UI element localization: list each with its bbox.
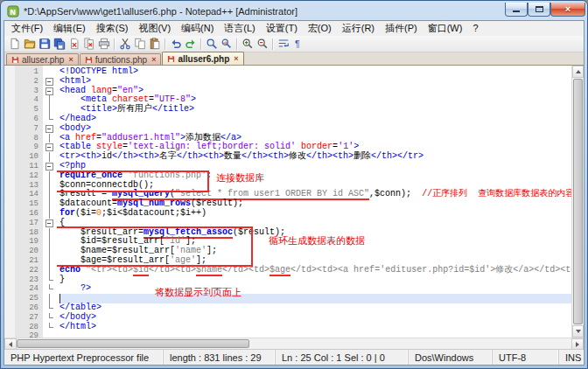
gutter-row-29: 29: [4, 331, 57, 338]
menu-item-11[interactable]: 窗口(W): [423, 21, 468, 37]
menu-item-5[interactable]: 编码(N): [176, 21, 219, 37]
undo-icon[interactable]: [168, 37, 183, 52]
toolbar-separator: [236, 38, 237, 50]
gutter-row-13: 13: [4, 181, 57, 191]
maximize-button[interactable]: [528, 3, 550, 17]
menu-item-1[interactable]: 文件(F): [6, 21, 48, 37]
save-icon[interactable]: [37, 37, 52, 52]
tab-close-icon[interactable]: ×: [68, 56, 73, 64]
toolbar: ab¶: [4, 36, 584, 52]
editor: 1234567891011121314151617181920212223242…: [4, 66, 584, 349]
gutter-row-22: 22: [4, 266, 57, 275]
minimize-button[interactable]: [505, 3, 528, 17]
gutter-row-8: 8: [4, 134, 57, 143]
fold-collapse-icon[interactable]: [43, 87, 57, 96]
menu-item-3[interactable]: 搜索(S): [91, 21, 134, 37]
gutter-row-4: 4: [4, 95, 57, 105]
code-line-29: [60, 331, 571, 338]
client-area: 文件(F)编辑(E)搜索(S)视图(V)编码(N)语言(L)设置(T)宏(O)运…: [4, 20, 584, 366]
gutter-row-14: 14: [4, 190, 57, 199]
menu-item-4[interactable]: 视图(V): [133, 21, 176, 37]
word-wrap-icon[interactable]: [276, 37, 290, 52]
code-line-28: </html>: [60, 323, 571, 332]
gutter-row-21: 21: [4, 256, 57, 266]
tab-alluser.php[interactable]: alluser.php×: [6, 53, 79, 65]
tab-functions.php[interactable]: functions.php×: [80, 53, 162, 65]
menu-item-8[interactable]: 宏(O): [303, 21, 337, 37]
copy-icon[interactable]: [132, 37, 147, 52]
status-cursor-position: Ln : 25 Col : 1 Sel : 0 | 0: [276, 350, 409, 365]
toolbar-separator: [114, 38, 115, 50]
window-title: *D:\AppServ\www\get1\alluser6.php - Note…: [24, 6, 298, 17]
gutter-row-10: 10: [4, 152, 57, 162]
line-number-gutter: 1234567891011121314151617181920212223242…: [4, 66, 57, 338]
menu-item-2[interactable]: 编辑(E): [48, 21, 91, 37]
menu-bar: 文件(F)编辑(E)搜索(S)视图(V)编码(N)语言(L)设置(T)宏(O)运…: [4, 21, 584, 36]
tab-label: functions.php: [95, 55, 148, 65]
fold-collapse-icon[interactable]: [43, 162, 57, 171]
menu-item-6[interactable]: 语言(L): [219, 21, 260, 37]
replace-icon[interactable]: ab: [219, 37, 234, 52]
fold-collapse-icon[interactable]: [43, 143, 57, 152]
tab-close-icon[interactable]: ×: [234, 55, 238, 63]
gutter-row-2: 2: [4, 77, 57, 87]
scroll-up-icon[interactable]: [572, 66, 584, 78]
tab-alluser6.php[interactable]: alluser6.php×: [162, 52, 243, 65]
cut-icon[interactable]: [117, 37, 132, 52]
toolbar-separator: [272, 38, 273, 50]
gutter-row-25: 25: [4, 294, 57, 303]
close-button[interactable]: ×: [550, 3, 585, 17]
gutter-row-1: 1: [4, 67, 57, 77]
print-icon[interactable]: [96, 37, 111, 52]
paste-icon[interactable]: [147, 37, 162, 52]
new-file-icon[interactable]: [7, 37, 22, 52]
status-doc-type: PHP Hypertext Preprocessor file: [4, 350, 164, 365]
horizontal-scroll-thumb[interactable]: [17, 339, 249, 348]
gutter-row-12: 12: [4, 171, 57, 181]
code-line-5: <title>所有用户</title>: [60, 105, 571, 115]
menu-item-7[interactable]: 设置(T): [261, 21, 303, 37]
show-all-chars-icon[interactable]: ¶: [290, 37, 305, 52]
tab-bar: alluser.php×functions.php×alluser6.php×: [4, 52, 584, 66]
code-line-6: </head>: [60, 115, 571, 124]
menu-item-12[interactable]: ?: [467, 22, 483, 35]
open-folder-icon[interactable]: [22, 37, 37, 52]
notepadpp-window: N *D:\AppServ\www\get1\alluser6.php - No…: [0, 0, 588, 369]
fold-collapse-icon[interactable]: [43, 219, 57, 228]
close-all-icon[interactable]: [81, 37, 96, 52]
save-all-icon[interactable]: [52, 37, 66, 52]
status-bar: PHP Hypertext Preprocessor file length :…: [4, 349, 584, 365]
zoom-in-icon[interactable]: [240, 37, 255, 52]
redo-icon[interactable]: [183, 37, 198, 52]
unsaved-file-icon: [167, 55, 175, 63]
status-eol-format: Dos\Windows: [409, 350, 493, 365]
code-line-27: </body>: [60, 313, 571, 323]
vertical-scroll-thumb[interactable]: [573, 79, 583, 324]
zoom-out-icon[interactable]: [255, 37, 270, 52]
menu-item-9[interactable]: 运行(R): [337, 21, 380, 37]
gutter-row-11: 11: [4, 162, 57, 171]
vertical-scrollbar[interactable]: [571, 66, 584, 338]
gutter-row-28: 28: [4, 323, 57, 332]
toolbar-separator: [164, 38, 165, 50]
fold-collapse-icon[interactable]: [43, 77, 57, 87]
svg-text:ab: ab: [223, 40, 228, 45]
notepadpp-app-icon: N: [7, 5, 19, 17]
code-line-22: echo "<tr><td>$id</td><td>$name</td><td>…: [60, 266, 571, 275]
gutter-row-24: 24: [4, 284, 57, 294]
horizontal-scroll-track[interactable]: [17, 338, 571, 349]
code-line-1: <!DOCTYPE html>: [60, 67, 571, 77]
status-encoding: UTF-8: [493, 350, 559, 365]
gutter-row-9: 9: [4, 143, 57, 152]
gutter-row-26: 26: [4, 303, 57, 313]
find-icon[interactable]: [204, 37, 219, 52]
horizontal-scrollbar[interactable]: [4, 338, 584, 349]
title-bar[interactable]: N *D:\AppServ\www\get1\alluser6.php - No…: [1, 1, 587, 20]
close-icon[interactable]: [66, 37, 81, 52]
menu-item-10[interactable]: 插件(P): [380, 21, 423, 37]
fold-collapse-icon[interactable]: [43, 124, 57, 134]
unsaved-file-icon: [11, 56, 19, 64]
scroll-down-icon[interactable]: [572, 325, 584, 338]
code-editor[interactable]: <!DOCTYPE html><html><head lang="en"> <m…: [57, 66, 571, 338]
tab-close-icon[interactable]: ×: [151, 56, 156, 64]
